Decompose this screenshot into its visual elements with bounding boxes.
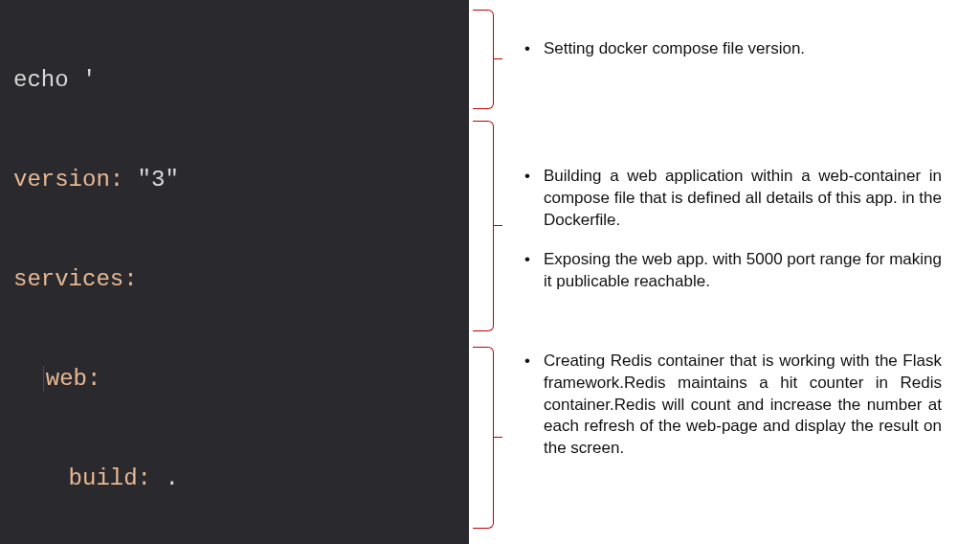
annotation-3: Exposing the web app. with 5000 port ran… (521, 249, 942, 293)
code-line-4: web: (13, 354, 469, 404)
echo-cmd: echo (13, 67, 82, 93)
code-line-2: version: "3" (13, 155, 469, 205)
code-line-5: build: . (13, 454, 469, 504)
version-key: version: (13, 167, 123, 193)
code-line-3: services: (13, 255, 469, 305)
bracket-1 (473, 10, 494, 109)
bracket-overlay (469, 0, 498, 544)
code-pane: echo ' version: "3" services: web: build… (0, 0, 469, 544)
annotation-4: Creating Redis container that is working… (521, 351, 942, 461)
quote-open: ' (82, 67, 96, 93)
annotation-block-1: Setting docker compose file version. (521, 38, 942, 60)
annotation-block-4: Creating Redis container that is working… (521, 351, 942, 461)
build-key: build: (69, 465, 151, 491)
code-line-1: echo ' (13, 56, 469, 105)
annotation-pane: Setting docker compose file version. Bui… (469, 0, 980, 544)
bracket-2 (473, 121, 494, 331)
annotation-block-3: Exposing the web app. with 5000 port ran… (521, 249, 942, 293)
services-key: services: (13, 266, 138, 292)
version-val: "3" (123, 167, 179, 193)
annotation-1: Setting docker compose file version. (521, 38, 942, 60)
annotation-2: Building a web application within a web-… (521, 166, 942, 232)
annotation-block-2: Building a web application within a web-… (521, 166, 942, 232)
web-key: web: (46, 366, 101, 392)
build-val: . (151, 465, 179, 491)
bracket-3 (473, 347, 494, 529)
